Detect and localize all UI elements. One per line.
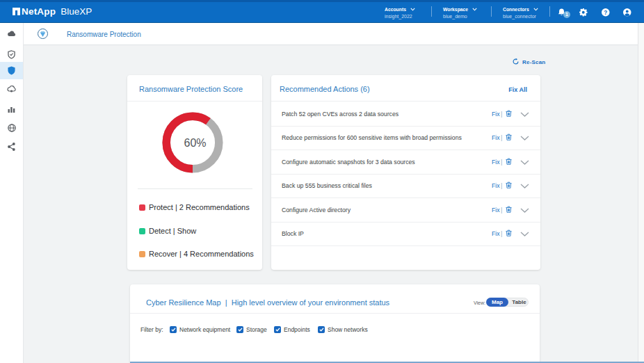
svg-text:?: ?: [604, 10, 607, 16]
